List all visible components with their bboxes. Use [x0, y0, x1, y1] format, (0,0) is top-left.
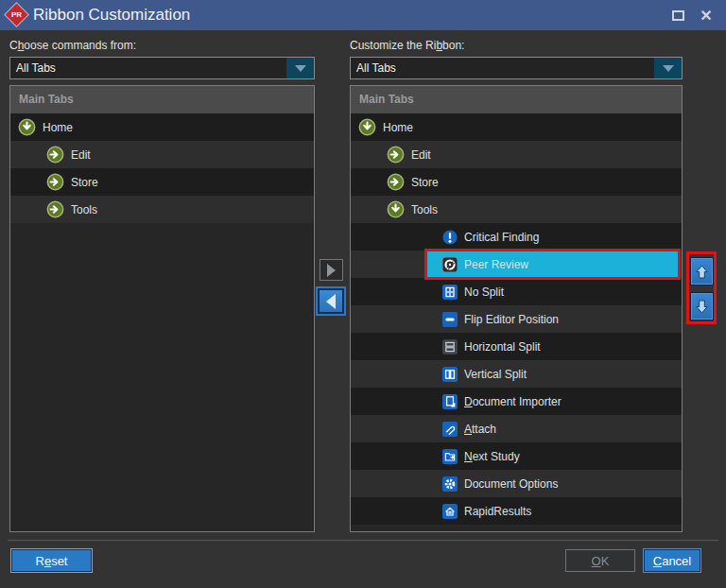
expand-down-icon [387, 200, 405, 218]
close-button[interactable]: ✕ [692, 0, 720, 30]
cancel-button[interactable]: Cancel [644, 549, 700, 572]
tree-item-critical-finding[interactable]: Critical Finding [351, 223, 682, 251]
tree-item-label: Home [383, 121, 413, 134]
arrow-right-icon [327, 264, 336, 277]
close-icon: ✕ [700, 7, 712, 25]
expand-right-icon [387, 173, 405, 191]
customize-ribbon-dropdown[interactable]: All Tabs [350, 57, 683, 79]
vertical-split-icon [442, 367, 458, 382]
dropdown-arrow-button[interactable] [654, 58, 682, 78]
tree-item-label: RapidResults [464, 505, 531, 518]
dropdown-selected-value: All Tabs [351, 58, 682, 78]
tree-item-label: Edit [71, 148, 91, 162]
title-bar: PR Ribbon Customization ✕ [0, 0, 726, 30]
tree-item-edit[interactable]: Edit [10, 141, 314, 168]
tree-item-tools[interactable]: Tools [351, 196, 682, 223]
choose-commands-dropdown[interactable]: All Tabs [9, 57, 315, 79]
horizontal-split-icon [442, 339, 458, 355]
ok-button[interactable]: OK [565, 549, 635, 572]
commands-source-tree: Main Tabs HomeEditStoreTools [9, 85, 315, 532]
expand-right-icon [46, 173, 64, 191]
tree-item-label: Flip Editor Position [464, 313, 559, 326]
tree-item-label: No Split [464, 285, 504, 299]
app-logo-icon: PR [5, 3, 27, 26]
next-study-icon [442, 449, 458, 464]
maximize-icon [672, 10, 684, 21]
tree-item-document-importer[interactable]: Document Importer [351, 388, 682, 415]
tree-item-label: Document Options [464, 477, 558, 491]
tree-item-store[interactable]: Store [10, 168, 314, 196]
arrow-left-icon [326, 294, 336, 309]
move-left-button[interactable] [318, 288, 344, 314]
attach-icon [442, 422, 458, 437]
tree-item-label: Horizontal Split [464, 340, 541, 354]
footer-separator [8, 540, 718, 541]
expand-right-icon [46, 146, 64, 164]
tree-item-home[interactable]: Home [10, 113, 314, 141]
tree-item-attach[interactable]: Attach [351, 415, 682, 442]
reset-button[interactable]: Reset [11, 549, 92, 572]
tree-item-horizontal-split[interactable]: Horizontal Split [351, 333, 682, 360]
tree-item-rapidresults[interactable]: RapidResults [351, 497, 682, 525]
expand-down-icon [358, 118, 376, 136]
window-title: Ribbon Customization [33, 0, 190, 30]
expand-right-icon [387, 146, 405, 164]
tree-item-edit[interactable]: Edit [351, 141, 682, 168]
expand-down-icon [18, 118, 36, 136]
tree-item-next-study[interactable]: Next Study [351, 442, 682, 470]
rapidresults-icon [442, 504, 458, 519]
tree-item-label: Edit [411, 148, 431, 162]
tree-item-label: Tools [71, 203, 97, 216]
customize-ribbon-label: Customize the Ribbon: [350, 39, 464, 52]
dropdown-arrow-button[interactable] [286, 58, 314, 78]
chevron-down-icon [295, 65, 306, 72]
tree-item-label: Next Study [464, 450, 520, 463]
tree-item-label: Attach [464, 423, 496, 436]
flip-editor-position-icon [442, 312, 458, 327]
tree-item-peer-review[interactable]: Peer Review [351, 251, 682, 278]
choose-commands-label: Choose commands from: [9, 39, 136, 52]
arrow-up-icon [696, 265, 708, 279]
group-header: Main Tabs [351, 86, 682, 113]
group-header: Main Tabs [10, 86, 314, 113]
ribbon-target-tree: Main Tabs HomeEditStoreToolsCritical Fin… [350, 85, 683, 532]
expand-right-icon [46, 200, 64, 218]
tree-item-label: Peer Review [464, 258, 528, 271]
document-options-icon [442, 476, 458, 492]
peer-review-icon [442, 257, 458, 272]
critical-finding-icon [442, 230, 458, 245]
tree-item-label: Store [411, 176, 439, 189]
move-right-button[interactable] [320, 259, 343, 281]
tree-item-document-options[interactable]: Document Options [351, 470, 682, 497]
ribbon-customization-dialog: PR Ribbon Customization ✕ Choose command… [0, 0, 726, 588]
chevron-down-icon [663, 65, 674, 72]
tree-item-flip-editor-position[interactable]: Flip Editor Position [351, 305, 682, 333]
tree-item-home[interactable]: Home [351, 113, 682, 141]
tree-item-vertical-split[interactable]: Vertical Split [351, 360, 682, 388]
tree-item-label: Critical Finding [464, 231, 539, 244]
tree-item-label: Vertical Split [464, 368, 527, 381]
tree-item-no-split[interactable]: No Split [351, 278, 682, 305]
document-importer-icon [442, 394, 458, 409]
tree-item-label: Store [71, 176, 98, 189]
arrow-down-icon [696, 300, 708, 314]
tree-item-store[interactable]: Store [351, 168, 682, 196]
tree-item-label: Document Importer [464, 395, 562, 408]
move-down-button[interactable] [690, 292, 714, 320]
tree-item-label: Tools [411, 203, 438, 216]
no-split-icon [442, 285, 458, 300]
maximize-button[interactable] [664, 0, 692, 30]
tree-item-label: Home [43, 121, 73, 134]
tree-item-tools[interactable]: Tools [10, 196, 314, 223]
dropdown-selected-value: All Tabs [10, 58, 314, 78]
move-up-button[interactable] [690, 257, 714, 285]
